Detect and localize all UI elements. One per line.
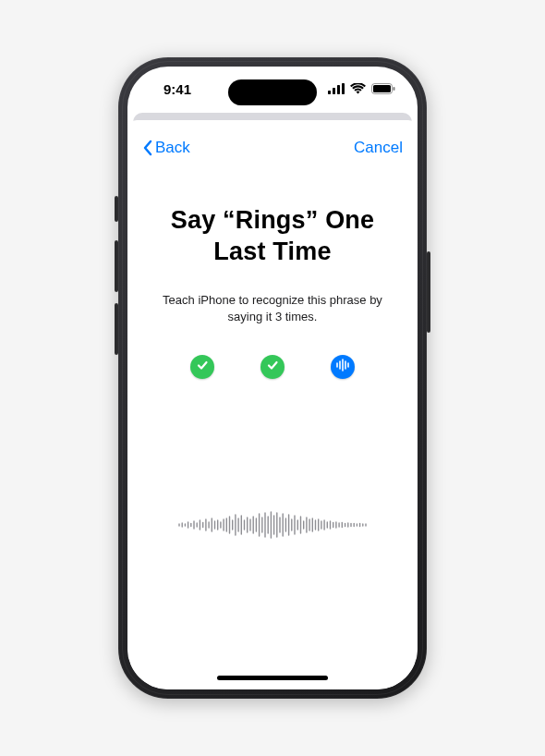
svg-rect-1 — [333, 88, 335, 94]
chevron-left-icon — [142, 140, 153, 156]
back-label: Back — [155, 139, 190, 157]
attempt-indicators — [142, 355, 403, 379]
svg-rect-6 — [394, 87, 395, 91]
checkmark-icon — [196, 359, 209, 375]
page-title: Say “Rings” One Last Time — [142, 205, 403, 268]
back-button[interactable]: Back — [142, 139, 190, 157]
attempt-2 — [260, 355, 285, 379]
battery-icon — [371, 83, 395, 94]
attempt-3 — [331, 355, 355, 379]
wifi-icon — [350, 83, 366, 94]
home-indicator[interactable] — [217, 676, 328, 680]
status-time: 9:41 — [150, 81, 205, 97]
recording-waveform — [142, 504, 403, 550]
nav-bar: Back Cancel — [142, 131, 403, 165]
page-subtitle: Teach iPhone to recognize this phrase by… — [142, 292, 403, 325]
svg-rect-2 — [337, 85, 340, 94]
dynamic-island — [228, 79, 317, 105]
screen: 9:41 — [127, 67, 418, 689]
power-button — [427, 251, 430, 333]
svg-rect-0 — [328, 91, 331, 94]
svg-rect-5 — [373, 85, 391, 92]
attempt-1 — [190, 355, 214, 379]
phone-frame: 9:41 — [118, 57, 427, 699]
volume-up-button — [115, 240, 118, 292]
content-sheet: Back Cancel Say “Rings” One Last Time Te… — [127, 120, 418, 689]
svg-rect-3 — [342, 83, 345, 94]
volume-down-button — [115, 303, 118, 355]
cellular-icon — [328, 83, 345, 94]
silence-switch — [115, 196, 118, 222]
cancel-button[interactable]: Cancel — [354, 139, 403, 157]
checkmark-icon — [266, 359, 279, 375]
waveform-icon — [335, 358, 350, 376]
